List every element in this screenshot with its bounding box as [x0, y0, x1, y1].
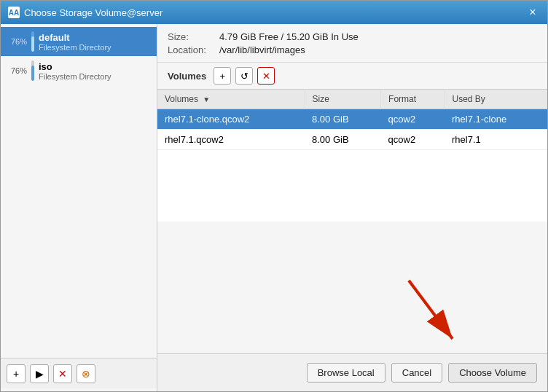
location-value: /var/lib/libvirt/images [219, 44, 305, 55]
col-header-used-by: Used By [445, 90, 547, 109]
cell-volume-name: rhel7.1.qcow2 [157, 130, 305, 150]
table-header-row: Volumes ▼ Size Format Used By [157, 90, 547, 109]
delete-pool-button[interactable]: ✕ [53, 364, 72, 383]
title-bar: AA Choose Storage Volume@server × [1, 1, 547, 24]
choose-volume-button[interactable]: Choose Volume [448, 363, 537, 383]
sidebar-item-type-iso: Filesystem Directory [39, 72, 111, 81]
usage-bar-iso [31, 60, 34, 81]
browse-local-button[interactable]: Browse Local [307, 363, 385, 383]
play-pool-button[interactable]: ▶ [30, 364, 49, 383]
main-content: 76% default Filesystem Directory 76% iso… [1, 24, 547, 391]
cell-volume-used-by: rhel7.1-clone [445, 109, 547, 130]
sidebar-item-name-iso: iso [39, 61, 111, 72]
main-window: AA Choose Storage Volume@server × 76% de… [0, 0, 548, 392]
volumes-label: Volumes [168, 71, 206, 82]
arrow-area [157, 222, 547, 353]
sidebar-item-iso[interactable]: 76% iso Filesystem Directory [1, 56, 157, 85]
app-icon: AA [8, 7, 20, 18]
sidebar-item-type-default: Filesystem Directory [39, 43, 111, 52]
volumes-table: Volumes ▼ Size Format Used By rhel7.1-cl… [157, 90, 547, 150]
size-value: 4.79 GiB Free / 15.20 GiB In Use [219, 31, 359, 42]
size-row: Size: 4.79 GiB Free / 15.20 GiB In Use [168, 31, 537, 42]
cell-volume-name: rhel7.1-clone.qcow2 [157, 109, 305, 130]
sidebar-item-name-default: default [39, 32, 111, 43]
table-row[interactable]: rhel7.1-clone.qcow2 8.00 GiB qcow2 rhel7… [157, 109, 547, 130]
sidebar-bottom-bar: + ▶ ✕ ⊗ [1, 358, 157, 388]
cell-volume-used-by: rhel7.1 [445, 130, 547, 150]
location-label: Location: [168, 44, 215, 55]
location-row: Location: /var/lib/libvirt/images [168, 44, 537, 55]
window-title: Choose Storage Volume@server [24, 7, 163, 18]
info-section: Size: 4.79 GiB Free / 15.20 GiB In Use L… [157, 24, 547, 63]
cancel-button[interactable]: Cancel [391, 363, 442, 383]
usage-percent-iso: 76% [7, 66, 27, 75]
close-button[interactable]: × [525, 5, 540, 20]
right-panel: Size: 4.79 GiB Free / 15.20 GiB In Use L… [157, 24, 547, 391]
volumes-toolbar: Volumes + ↺ ✕ [157, 63, 547, 90]
delete-volume-button[interactable]: ✕ [257, 67, 275, 85]
title-bar-left: AA Choose Storage Volume@server [8, 7, 163, 18]
cell-volume-size: 8.00 GiB [305, 130, 381, 150]
col-header-size: Size [305, 90, 381, 109]
col-header-volumes: Volumes ▼ [157, 90, 305, 109]
cell-volume-format: qcow2 [381, 109, 445, 130]
add-volume-button[interactable]: + [214, 67, 231, 85]
sidebar-item-default[interactable]: 76% default Filesystem Directory [1, 27, 157, 56]
sidebar-item-info-iso: iso Filesystem Directory [39, 61, 111, 81]
svg-line-1 [409, 281, 453, 339]
sidebar-item-info-default: default Filesystem Directory [39, 32, 111, 52]
refresh-volume-button[interactable]: ↺ [235, 67, 253, 85]
usage-percent-default: 76% [7, 37, 27, 46]
sort-arrow: ▼ [203, 95, 210, 103]
size-label: Size: [168, 31, 215, 42]
table-row[interactable]: rhel7.1.qcow2 8.00 GiB qcow2 rhel7.1 [157, 130, 547, 150]
sidebar: 76% default Filesystem Directory 76% iso… [1, 24, 157, 391]
indicator-arrow [387, 273, 474, 353]
col-header-format: Format [381, 90, 445, 109]
usage-bar-default [31, 31, 34, 52]
cell-volume-format: qcow2 [381, 130, 445, 150]
volumes-table-container: Volumes ▼ Size Format Used By rhel7.1-cl… [157, 90, 547, 222]
cell-volume-size: 8.00 GiB [305, 109, 381, 130]
stop-pool-button[interactable]: ⊗ [77, 364, 95, 383]
bottom-bar: Browse Local Cancel Choose Volume [157, 353, 547, 391]
add-pool-button[interactable]: + [7, 364, 26, 383]
